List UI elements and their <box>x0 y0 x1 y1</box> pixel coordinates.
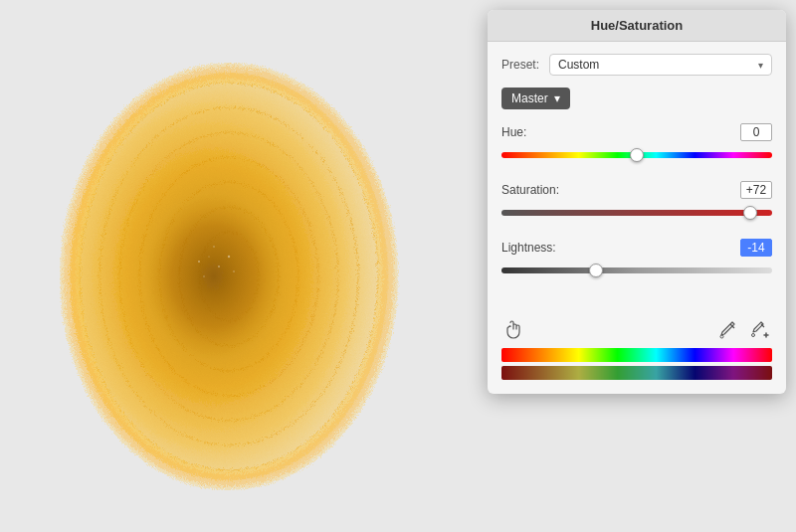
svg-point-15 <box>228 255 230 257</box>
hue-thumb[interactable] <box>630 148 644 162</box>
lightness-thumb[interactable] <box>589 264 603 277</box>
saturation-track[interactable] <box>501 210 772 216</box>
hue-slider-row: Hue: 0 <box>501 123 772 165</box>
svg-point-14 <box>213 246 215 248</box>
svg-point-16 <box>203 275 204 276</box>
panel-title: Hue/Saturation <box>591 18 683 33</box>
saturation-label: Saturation: <box>501 183 559 197</box>
saturation-track-container[interactable] <box>501 203 772 223</box>
lightness-header: Lightness: -14 <box>501 239 772 257</box>
lightness-value[interactable]: -14 <box>740 239 772 257</box>
preset-dropdown[interactable]: Custom ▾ <box>549 54 772 76</box>
saturation-header: Saturation: +72 <box>501 181 772 199</box>
svg-point-18 <box>233 270 235 272</box>
svg-point-19 <box>208 256 209 257</box>
svg-point-21 <box>752 334 755 337</box>
svg-point-20 <box>720 335 723 338</box>
saturation-value[interactable]: +72 <box>740 181 772 199</box>
panel-titlebar: Hue/Saturation <box>488 10 786 42</box>
orange-blob <box>60 63 428 490</box>
saturation-thumb[interactable] <box>743 206 757 220</box>
spectrum-bottom-bar <box>501 366 772 380</box>
hand-tool-icon[interactable] <box>501 318 525 342</box>
tool-icons-right <box>716 318 772 342</box>
preset-label: Preset: <box>501 58 541 72</box>
channel-chevron-icon: ▾ <box>554 91 560 105</box>
eyedropper-icon[interactable] <box>716 318 740 342</box>
hue-value[interactable]: 0 <box>740 123 772 141</box>
svg-point-12 <box>124 157 323 396</box>
svg-point-13 <box>198 261 200 263</box>
channel-row: Master ▾ <box>501 88 772 109</box>
preset-value: Custom <box>558 58 599 72</box>
lightness-slider-row: Lightness: -14 <box>501 239 772 280</box>
channel-dropdown[interactable]: Master ▾ <box>501 88 570 109</box>
hue-track-container[interactable] <box>501 145 772 165</box>
bottom-toolbar <box>488 312 786 348</box>
spectrum-top-bar <box>501 348 772 362</box>
hue-label: Hue: <box>501 125 526 139</box>
preset-chevron-icon: ▾ <box>758 60 763 71</box>
lightness-track-container[interactable] <box>501 261 772 280</box>
hue-header: Hue: 0 <box>501 123 772 141</box>
preset-row: Preset: Custom ▾ <box>501 54 772 76</box>
lightness-track[interactable] <box>501 267 772 273</box>
hue-saturation-panel: Hue/Saturation Preset: Custom ▾ Master ▾… <box>488 10 786 394</box>
eyedropper-plus-icon[interactable] <box>748 318 772 342</box>
lightness-label: Lightness: <box>501 241 556 255</box>
saturation-slider-row: Saturation: +72 <box>501 181 772 223</box>
channel-value: Master <box>511 91 548 105</box>
svg-point-17 <box>218 266 220 267</box>
panel-body: Preset: Custom ▾ Master ▾ Hue: 0 <box>488 42 786 308</box>
spectrum-section <box>488 348 786 394</box>
